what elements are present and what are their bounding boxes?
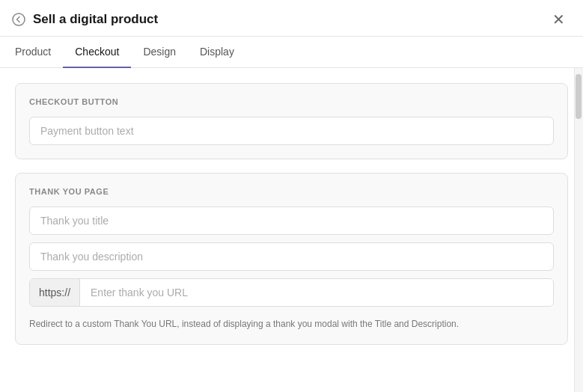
url-prefix: https:// xyxy=(30,279,80,306)
close-button[interactable]: ✕ xyxy=(549,10,568,28)
thank-you-inputs: https:// Redirect to a custom Thank You … xyxy=(29,206,554,331)
tabs: Product Checkout Design Display xyxy=(0,37,583,68)
tab-checkout[interactable]: Checkout xyxy=(63,37,131,68)
modal-header-left: Sell a digital product xyxy=(10,11,158,28)
scrollbar-track[interactable] xyxy=(574,68,583,392)
payment-button-text-input[interactable] xyxy=(29,117,554,145)
modal-title: Sell a digital product xyxy=(33,12,158,27)
thank-you-url-row: https:// xyxy=(29,278,554,307)
tab-design[interactable]: Design xyxy=(131,37,188,68)
back-icon[interactable] xyxy=(10,11,27,28)
thank-you-section-label: THANK YOU PAGE xyxy=(29,187,554,196)
tab-product[interactable]: Product xyxy=(15,37,63,68)
thank-you-title-input[interactable] xyxy=(29,206,554,235)
thank-you-url-input[interactable] xyxy=(80,279,553,306)
checkout-button-label: CHECKOUT BUTTON xyxy=(29,97,554,106)
modal: Sell a digital product ✕ Product Checkou… xyxy=(0,0,583,392)
url-helper-text: Redirect to a custom Thank You URL, inst… xyxy=(29,317,554,331)
checkout-button-section: CHECKOUT BUTTON xyxy=(15,83,568,159)
modal-body: CHECKOUT BUTTON THANK YOU PAGE https:// … xyxy=(0,68,583,392)
svg-point-0 xyxy=(13,13,25,25)
scrollbar-thumb[interactable] xyxy=(576,74,582,119)
thank-you-section: THANK YOU PAGE https:// Redirect to a cu… xyxy=(15,173,568,345)
thank-you-description-input[interactable] xyxy=(29,242,554,271)
modal-overlay: Sell a digital product ✕ Product Checkou… xyxy=(0,0,583,392)
modal-header: Sell a digital product ✕ xyxy=(0,0,583,37)
tab-display[interactable]: Display xyxy=(188,37,246,68)
